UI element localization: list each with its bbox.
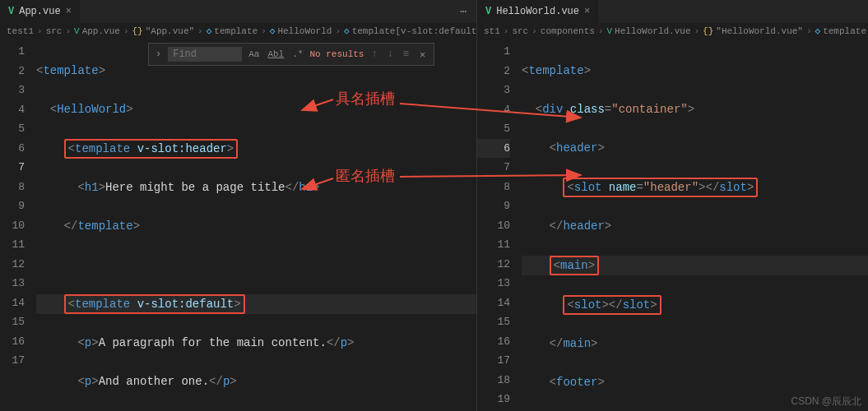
tab-app-vue[interactable]: V App.vue × (0, 0, 80, 23)
anon-slot-usage: <template v-slot:default> (64, 294, 245, 314)
editor-right[interactable]: 123 45 6 789 101112 131415 161718 19 <te… (477, 39, 868, 411)
next-match-icon[interactable]: ↓ (385, 48, 396, 60)
prev-match-icon[interactable]: ↑ (369, 48, 379, 60)
selection-icon[interactable]: ≡ (401, 48, 411, 60)
named-slot-def-header: <slot name="header"></slot> (563, 178, 758, 197)
editor-left[interactable]: 123 456 789 101112 131415 1617 <template… (0, 39, 476, 411)
tab-bar-left: V App.vue × ⋯ (0, 0, 476, 23)
code-right[interactable]: <template> <div class="container"> <head… (522, 39, 868, 411)
named-slot-usage: <template v-slot:header> (64, 139, 239, 159)
vue-icon: V (8, 6, 14, 17)
breadcrumb-right[interactable]: st1› src› components› V HelloWorld.vue› … (477, 23, 868, 39)
close-icon[interactable]: × (584, 6, 590, 17)
breadcrumb-left[interactable]: test1› src› V App.vue› {} "App.vue"› ◇ t… (0, 23, 476, 39)
regex-icon[interactable]: .* (290, 49, 304, 59)
vue-icon: V (485, 6, 491, 17)
gutter-left: 123 456 789 101112 131415 1617 (0, 39, 36, 411)
tab-bar-right: V HelloWorld.vue × (477, 0, 868, 23)
watermark: CSDN @辰辰北 (791, 395, 861, 409)
tab-label: App.vue (19, 6, 60, 17)
anon-slot-def: <slot></slot> (563, 295, 661, 315)
find-widget[interactable]: › Aa Abl .* No results ↑ ↓ ≡ ✕ (148, 43, 434, 66)
close-icon[interactable]: ✕ (416, 48, 429, 61)
more-icon[interactable]: ⋯ (460, 5, 476, 18)
gutter-right: 123 45 6 789 101112 131415 161718 19 (477, 39, 522, 411)
find-results: No results (309, 49, 364, 59)
close-icon[interactable]: × (66, 6, 72, 17)
match-case-icon[interactable]: Aa (247, 49, 261, 59)
tab-label: HelloWorld.vue (496, 6, 579, 17)
find-input[interactable] (168, 47, 242, 62)
tab-helloworld-vue[interactable]: V HelloWorld.vue × (477, 0, 598, 23)
code-left[interactable]: <template> <HelloWorld> <template v-slot… (36, 39, 476, 411)
main-tag: <main> (550, 256, 599, 275)
chevron-right-icon[interactable]: › (154, 48, 163, 60)
editor-pane-right: V HelloWorld.vue × st1› src› components›… (477, 0, 868, 411)
match-word-icon[interactable]: Abl (266, 49, 285, 59)
